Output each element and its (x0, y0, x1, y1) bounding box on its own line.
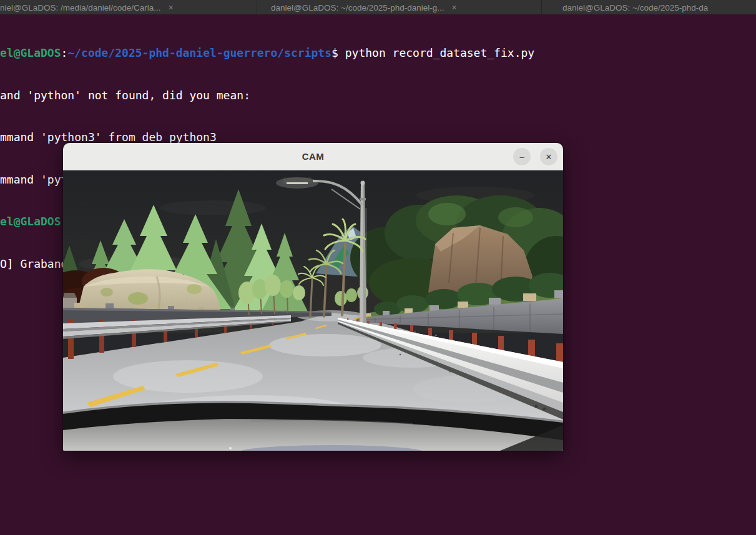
tab-label: daniel@GLaDOS: ~/code/2025-phd-da (542, 3, 712, 14)
terminal-tab-2[interactable]: daniel@GLaDOS: ~/code/2025-phd-daniel-g.… (257, 0, 542, 14)
tab-close-icon[interactable]: × (448, 3, 467, 14)
cam-window: CAM – ✕ (63, 143, 563, 451)
window-title: CAM (63, 143, 563, 170)
terminal-tab-bar: niel@GLaDOS: /media/daniel/code/Carla...… (0, 0, 756, 14)
terminal-line: el@GLaDOS:~/code/2025-phd-daniel-guerrer… (0, 46, 756, 61)
close-button[interactable]: ✕ (540, 148, 557, 165)
minimize-button[interactable]: – (513, 148, 531, 165)
tab-close-icon[interactable]: × (165, 3, 184, 14)
tab-label: daniel@GLaDOS: ~/code/2025-phd-daniel-g.… (257, 3, 448, 14)
terminal-line: and 'python' not found, did you mean: (0, 89, 756, 103)
desktop: niel@GLaDOS: /media/daniel/code/Carla...… (0, 0, 756, 535)
cam-viewport (63, 170, 563, 451)
command-text: $ python record_dataset_fix.py (331, 46, 534, 59)
prompt-path: ~/code/2025-phd-daniel-guerrero/scripts (67, 46, 331, 59)
simulator-scene (63, 170, 563, 451)
terminal-tab-3[interactable]: daniel@GLaDOS: ~/code/2025-phd-da (542, 0, 756, 14)
prompt-user: el@GLaDOS (0, 215, 61, 228)
cam-titlebar[interactable]: CAM – ✕ (63, 143, 563, 170)
prompt-user: el@GLaDOS (0, 46, 61, 59)
tab-label: niel@GLaDOS: /media/daniel/code/Carla... (0, 3, 165, 14)
terminal-tab-1[interactable]: niel@GLaDOS: /media/daniel/code/Carla...… (0, 0, 257, 14)
